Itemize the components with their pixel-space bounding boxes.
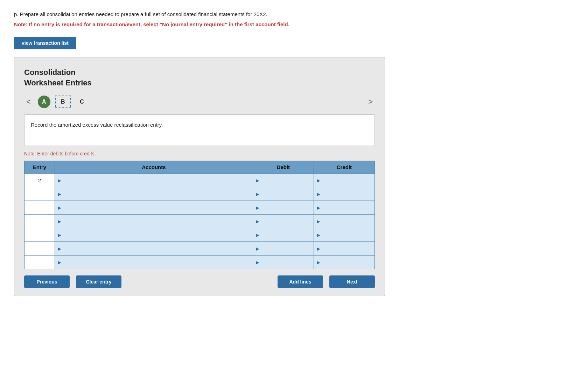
instruction-note: Note: If no entry is required for a tran… bbox=[14, 21, 567, 29]
worksheet-container: Consolidation Worksheet Entries < A B C … bbox=[14, 57, 385, 296]
entry-table: Entry Accounts Debit Credit 2 ► ► bbox=[24, 161, 375, 269]
debit-cell-5[interactable]: ► bbox=[253, 228, 314, 242]
header-entry: Entry bbox=[24, 161, 55, 174]
debit-input-4[interactable] bbox=[262, 215, 314, 228]
worksheet-title: Consolidation Worksheet Entries bbox=[24, 67, 375, 88]
clear-entry-button[interactable]: Clear entry bbox=[76, 275, 121, 288]
credit-arrow-4: ► bbox=[314, 218, 323, 224]
debit-input-5[interactable] bbox=[262, 228, 314, 241]
entry-num-6 bbox=[24, 242, 55, 255]
entry-num-3 bbox=[24, 201, 55, 215]
bottom-buttons: Previous Clear entry Add lines Next bbox=[24, 269, 375, 296]
accounts-arrow-7: ► bbox=[55, 259, 64, 265]
description-box: Record the amortized excess value reclas… bbox=[24, 114, 375, 146]
previous-button[interactable]: Previous bbox=[24, 275, 70, 288]
debit-input-2[interactable] bbox=[262, 187, 314, 201]
table-row: 2 ► ► ► bbox=[24, 174, 375, 187]
accounts-input-5[interactable] bbox=[64, 228, 253, 241]
table-row: ► ► ► bbox=[24, 255, 375, 269]
debit-cell-7[interactable]: ► bbox=[253, 255, 314, 269]
accounts-cell-2[interactable]: ► bbox=[55, 187, 253, 201]
debit-cell-1[interactable]: ► bbox=[253, 174, 314, 187]
credit-input-1[interactable] bbox=[323, 174, 374, 187]
accounts-cell-7[interactable]: ► bbox=[55, 255, 253, 269]
entry-num-7 bbox=[24, 255, 55, 269]
accounts-input-4[interactable] bbox=[64, 215, 253, 228]
add-lines-button[interactable]: Add lines bbox=[278, 275, 323, 288]
table-row: ► ► ► bbox=[24, 187, 375, 201]
nav-prev-arrow[interactable]: < bbox=[24, 97, 33, 107]
accounts-cell-3[interactable]: ► bbox=[55, 201, 253, 215]
description-text: Record the amortized excess value reclas… bbox=[31, 122, 163, 128]
accounts-input-2[interactable] bbox=[64, 187, 253, 201]
entry-num-2 bbox=[24, 187, 55, 201]
credit-input-5[interactable] bbox=[323, 228, 374, 241]
debit-input-1[interactable] bbox=[262, 174, 314, 187]
accounts-arrow-3: ► bbox=[55, 205, 64, 211]
accounts-arrow-2: ► bbox=[55, 191, 64, 197]
credit-arrow-6: ► bbox=[314, 246, 323, 252]
credit-cell-4[interactable]: ► bbox=[314, 215, 374, 228]
instruction-prefix: p. Prepare all consolidation entries nee… bbox=[14, 10, 567, 19]
credit-arrow-1: ► bbox=[314, 177, 323, 183]
accounts-cell-1[interactable]: ► bbox=[55, 174, 253, 187]
header-debit: Debit bbox=[253, 161, 314, 174]
credit-cell-1[interactable]: ► bbox=[314, 174, 374, 187]
view-transaction-button[interactable]: view transaction list bbox=[14, 37, 76, 49]
header-accounts: Accounts bbox=[55, 161, 253, 174]
accounts-arrow-4: ► bbox=[55, 218, 64, 224]
accounts-cell-6[interactable]: ► bbox=[55, 242, 253, 255]
credit-cell-3[interactable]: ► bbox=[314, 201, 374, 215]
debit-cell-4[interactable]: ► bbox=[253, 215, 314, 228]
accounts-cell-4[interactable]: ► bbox=[55, 215, 253, 228]
credit-input-2[interactable] bbox=[323, 187, 374, 201]
credit-cell-7[interactable]: ► bbox=[314, 255, 374, 269]
table-row: ► ► ► bbox=[24, 228, 375, 242]
credit-input-3[interactable] bbox=[323, 201, 374, 214]
credit-input-6[interactable] bbox=[323, 242, 374, 255]
entry-num-1: 2 bbox=[24, 174, 55, 187]
debit-input-6[interactable] bbox=[262, 242, 314, 255]
credit-arrow-5: ► bbox=[314, 232, 323, 238]
debit-cell-6[interactable]: ► bbox=[253, 242, 314, 255]
credit-arrow-3: ► bbox=[314, 205, 323, 211]
tab-b[interactable]: B bbox=[55, 96, 71, 108]
credit-input-7[interactable] bbox=[323, 255, 374, 269]
accounts-input-7[interactable] bbox=[64, 255, 253, 269]
debit-arrow-1: ► bbox=[253, 177, 262, 183]
next-button[interactable]: Next bbox=[329, 275, 375, 288]
entry-num-4 bbox=[24, 215, 55, 228]
nav-next-arrow[interactable]: > bbox=[366, 97, 375, 107]
debit-arrow-3: ► bbox=[253, 205, 262, 211]
debit-credit-note: Note: Enter debits before credits. bbox=[24, 151, 375, 156]
debit-arrow-6: ► bbox=[253, 246, 262, 252]
debit-arrow-7: ► bbox=[253, 259, 262, 265]
credit-cell-2[interactable]: ► bbox=[314, 187, 374, 201]
accounts-arrow-6: ► bbox=[55, 246, 64, 252]
tab-a[interactable]: A bbox=[38, 96, 50, 108]
credit-cell-5[interactable]: ► bbox=[314, 228, 374, 242]
debit-arrow-2: ► bbox=[253, 191, 262, 197]
accounts-arrow-5: ► bbox=[55, 232, 64, 238]
debit-input-3[interactable] bbox=[262, 201, 314, 214]
credit-cell-6[interactable]: ► bbox=[314, 242, 374, 255]
accounts-input-3[interactable] bbox=[64, 201, 253, 214]
debit-input-7[interactable] bbox=[262, 255, 314, 269]
accounts-arrow-1: ► bbox=[55, 177, 64, 183]
tabs-navigation: < A B C > bbox=[24, 96, 375, 108]
debit-cell-3[interactable]: ► bbox=[253, 201, 314, 215]
entry-num-5 bbox=[24, 228, 55, 242]
debit-cell-2[interactable]: ► bbox=[253, 187, 314, 201]
accounts-cell-5[interactable]: ► bbox=[55, 228, 253, 242]
table-row: ► ► ► bbox=[24, 201, 375, 215]
table-row: ► ► ► bbox=[24, 215, 375, 228]
tab-c[interactable]: C bbox=[76, 96, 88, 108]
table-row: ► ► ► bbox=[24, 242, 375, 255]
credit-arrow-2: ► bbox=[314, 191, 323, 197]
accounts-input-1[interactable] bbox=[64, 174, 253, 187]
debit-arrow-4: ► bbox=[253, 218, 262, 224]
accounts-input-6[interactable] bbox=[64, 242, 253, 255]
header-credit: Credit bbox=[314, 161, 374, 174]
credit-input-4[interactable] bbox=[323, 215, 374, 228]
credit-arrow-7: ► bbox=[314, 259, 323, 265]
